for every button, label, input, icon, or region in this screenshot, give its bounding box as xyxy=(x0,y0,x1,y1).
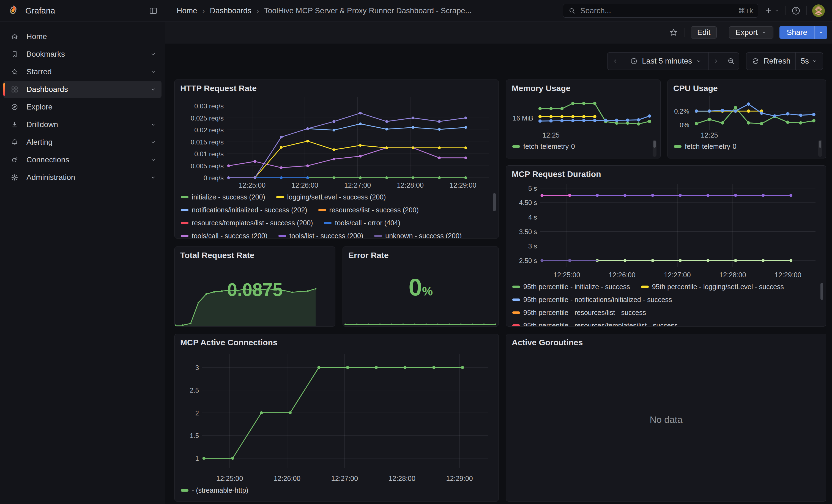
mcp-active-connections-chart[interactable]: 32.521.5112:25:0012:26:0012:27:0012:28:0… xyxy=(178,347,496,484)
divider xyxy=(684,28,685,37)
sidebar-item-administration[interactable]: Administration xyxy=(3,169,161,186)
mcp-request-duration-chart[interactable]: 5 s4.50 s4 s3.50 s3 s2.50 s12:25:0012:26… xyxy=(510,178,823,281)
cpu-usage-chart[interactable]: 0.2%0%12:25 xyxy=(669,92,824,141)
help-button[interactable] xyxy=(791,6,801,16)
legend-series-label: resources/templates/list - success (200) xyxy=(192,219,313,227)
breadcrumb-separator: › xyxy=(256,6,259,16)
breadcrumb-current-page: ToolHive MCP Server & Proxy Runner Dashb… xyxy=(264,6,472,15)
no-data-message: No data xyxy=(506,414,826,425)
svg-text:3 s: 3 s xyxy=(528,242,537,250)
sidebar-item-label: Bookmarks xyxy=(26,50,65,59)
search-input[interactable] xyxy=(580,6,734,16)
time-shift-forward-button[interactable] xyxy=(708,53,723,70)
legend-series-color xyxy=(512,324,520,326)
sidebar-item-home[interactable]: Home xyxy=(3,28,161,45)
legend-item[interactable]: 95th percentile - initialize - success xyxy=(512,283,630,291)
legend-series-color xyxy=(512,286,520,288)
dashboard-subheader: Edit Export Share xyxy=(165,22,832,44)
time-range-picker[interactable]: Last 5 minutes xyxy=(623,53,708,70)
share-menu-button[interactable] xyxy=(814,26,827,39)
sidebar-item-label: Administration xyxy=(26,173,75,182)
legend-scrollbar[interactable] xyxy=(818,140,822,157)
svg-text:12:27:00: 12:27:00 xyxy=(331,475,358,482)
grafana-logo-icon[interactable] xyxy=(7,5,19,17)
star-icon xyxy=(10,68,19,76)
sidebar-item-explore[interactable]: Explore xyxy=(3,99,161,115)
memory-usage-chart[interactable]: 16 MiB12:25 xyxy=(508,92,659,141)
bell-icon xyxy=(10,138,19,147)
sidebar-item-connections[interactable]: Connections xyxy=(3,151,161,168)
share-split-button: Share xyxy=(779,26,827,39)
refresh-button[interactable]: Refresh xyxy=(747,53,796,70)
legend-item[interactable]: - (streamable-http) xyxy=(181,486,249,494)
breadcrumb-home-link[interactable]: Home xyxy=(177,6,197,15)
legend-scrollbar[interactable] xyxy=(653,140,656,157)
legend-item[interactable]: tools/list - success (200) xyxy=(279,232,363,239)
refresh-interval-picker[interactable]: 5s xyxy=(796,53,823,70)
cpu-usage-legend: fetch-telemetry-0 xyxy=(674,142,812,155)
svg-text:12:25: 12:25 xyxy=(542,131,560,139)
legend-item[interactable]: 95th percentile - resources/list - succe… xyxy=(512,309,646,317)
time-controls: Last 5 minutes Refresh 5s xyxy=(607,52,823,70)
gear-icon xyxy=(10,173,19,182)
svg-text:0.01 req/s: 0.01 req/s xyxy=(194,150,224,158)
legend-item[interactable]: logging/setLevel - success (200) xyxy=(276,193,386,201)
legend-item[interactable]: tools/call - success (200) xyxy=(181,232,267,239)
dock-sidebar-icon[interactable] xyxy=(149,6,158,16)
legend-series-label: resources/list - success (200) xyxy=(329,206,419,214)
sidebar-item-alerting[interactable]: Alerting xyxy=(3,134,161,151)
svg-text:0 req/s: 0 req/s xyxy=(204,174,224,182)
refresh-group: Refresh 5s xyxy=(746,52,823,70)
panel-title: Total Request Rate xyxy=(175,247,335,260)
svg-text:0.015 req/s: 0.015 req/s xyxy=(191,138,224,146)
legend-item[interactable]: tools/call - error (404) xyxy=(324,219,400,227)
legend-item[interactable]: notifications/initialized - success (202… xyxy=(181,206,307,214)
time-shift-back-button[interactable] xyxy=(607,53,623,70)
legend-series-color xyxy=(276,196,284,198)
breadcrumb-separator: › xyxy=(202,6,205,16)
svg-text:0.03 req/s: 0.03 req/s xyxy=(194,102,224,110)
app-name: Grafana xyxy=(25,6,55,16)
http-request-rate-chart[interactable]: 0 req/s0.005 req/s0.01 req/s0.015 req/s0… xyxy=(178,92,496,191)
edit-button[interactable]: Edit xyxy=(691,26,717,38)
share-button[interactable]: Share xyxy=(779,26,814,39)
grid-icon xyxy=(10,85,19,94)
legend-series-label: 95th percentile - resources/list - succe… xyxy=(523,309,646,317)
svg-text:12:26:00: 12:26:00 xyxy=(608,271,635,279)
legend-item[interactable]: initialize - success (200) xyxy=(181,193,265,201)
svg-text:12:26:00: 12:26:00 xyxy=(291,181,318,189)
legend-item[interactable]: resources/list - success (200) xyxy=(318,206,419,214)
compass-icon xyxy=(10,103,19,111)
legend-item[interactable]: resources/templates/list - success (200) xyxy=(181,219,313,227)
error-rate-sparkline xyxy=(343,320,498,326)
top-nav-bar: Grafana Home › Dashboards › ToolHive MCP… xyxy=(0,0,832,22)
legend-scrollbar[interactable] xyxy=(493,193,496,211)
sidebar-item-dashboards[interactable]: Dashboards xyxy=(3,81,161,98)
legend-item[interactable]: unknown - success (200) xyxy=(374,232,462,239)
svg-text:16 MiB: 16 MiB xyxy=(513,114,533,122)
legend-series-label: 95th percentile - resources/templates/li… xyxy=(523,322,678,326)
legend-item[interactable]: 95th percentile - notifications/initiali… xyxy=(512,296,672,304)
legend-series-color xyxy=(181,489,188,492)
legend-item[interactable]: fetch-telemetry-0 xyxy=(674,142,736,151)
sidebar-item-drilldown[interactable]: Drilldown xyxy=(3,116,161,133)
legend-series-label: 95th percentile - initialize - success xyxy=(523,283,630,291)
legend-item[interactable]: 95th percentile - logging/setLevel - suc… xyxy=(641,283,784,291)
zoom-out-time-button[interactable] xyxy=(723,53,739,70)
legend-scrollbar[interactable] xyxy=(821,283,823,300)
user-avatar[interactable] xyxy=(812,4,825,17)
panel-cpu-usage: CPU Usage 0.2%0%12:25 fetch-telemetry-0 xyxy=(668,80,826,158)
star-dashboard-button[interactable] xyxy=(669,27,678,37)
export-button[interactable]: Export xyxy=(729,26,773,38)
breadcrumb-dashboards-link[interactable]: Dashboards xyxy=(210,6,252,15)
panel-title: CPU Usage xyxy=(668,80,826,93)
clock-icon xyxy=(630,57,638,65)
sidebar-item-bookmarks[interactable]: Bookmarks xyxy=(3,46,161,63)
panel-mcp-active-connections: MCP Active Connections 32.521.5112:25:00… xyxy=(175,334,499,502)
search-box[interactable]: ⌘+k xyxy=(563,4,758,18)
add-new-button[interactable] xyxy=(764,7,780,15)
legend-item[interactable]: fetch-telemetry-0 xyxy=(512,142,575,151)
sidebar-nav: HomeBookmarksStarredDashboardsExploreDri… xyxy=(0,22,165,504)
sidebar-item-starred[interactable]: Starred xyxy=(3,63,161,80)
legend-item[interactable]: 95th percentile - resources/templates/li… xyxy=(512,322,678,326)
